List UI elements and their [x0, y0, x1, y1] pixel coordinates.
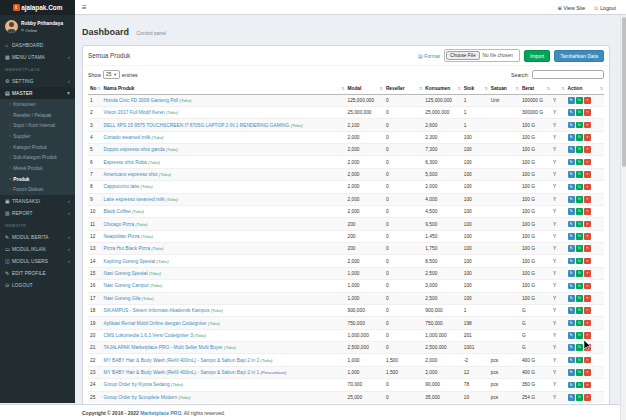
product-link[interactable]: Group Order by Kiyora Sedang: [103, 382, 170, 387]
sort-icon[interactable]: ⇅: [97, 86, 100, 91]
delete-action-button[interactable]: ×: [584, 357, 591, 364]
detail-action-button[interactable]: ✎: [568, 369, 575, 376]
product-link[interactable]: Vision 2017 Full Modif Keren: [103, 110, 166, 115]
delete-action-button[interactable]: ×: [584, 320, 591, 327]
detail-action-button[interactable]: ✎: [568, 134, 575, 141]
sidebar-item-modul-berita[interactable]: ✎MODUL BERITA‹: [0, 231, 75, 243]
sidebar-item-logout[interactable]: ⊙LOGOUT: [0, 279, 75, 291]
delete-action-button[interactable]: ×: [584, 369, 591, 376]
edit-action-button[interactable]: ↻: [576, 344, 583, 351]
detail-action-button[interactable]: ✎: [568, 320, 575, 327]
delete-action-button[interactable]: ×: [584, 171, 591, 178]
edit-action-button[interactable]: ↻: [576, 134, 583, 141]
footer-brand-link[interactable]: Marketplace PRO: [140, 410, 181, 416]
sidebar-item-modul-iklan[interactable]: ▭MODUL IKLAN‹: [0, 243, 75, 255]
product-link[interactable]: Chicago Pizza: [103, 222, 135, 227]
detail-action-button[interactable]: ✎: [568, 97, 575, 104]
detail-action-button[interactable]: ✎: [568, 357, 575, 364]
product-link[interactable]: CMS Lokomedia 1.6.3 Versi Codeigniter 3: [103, 333, 194, 338]
detail-action-button[interactable]: ✎: [568, 221, 575, 228]
delete-action-button[interactable]: ×: [584, 122, 591, 129]
delete-action-button[interactable]: ×: [584, 283, 591, 290]
delete-action-button[interactable]: ×: [584, 295, 591, 302]
edit-action-button[interactable]: ↻: [576, 171, 583, 178]
edit-action-button[interactable]: ↻: [576, 146, 583, 153]
sidebar-item-master[interactable]: ▤MASTER▾: [0, 87, 75, 99]
column-header-reseller[interactable]: Reseller⇅: [384, 83, 423, 94]
detail-action-button[interactable]: ✎: [568, 394, 575, 401]
detail-action-button[interactable]: ✎: [568, 295, 575, 302]
delete-action-button[interactable]: ×: [584, 332, 591, 339]
product-link[interactable]: TAJALAPAK Marketplace PRO - Multi Seller…: [103, 345, 223, 350]
sort-icon[interactable]: ⇅: [484, 86, 487, 91]
app-logo[interactable]: tajalapak.Com: [0, 0, 75, 15]
edit-action-button[interactable]: ↻: [576, 221, 583, 228]
avatar[interactable]: [5, 20, 18, 33]
sort-icon[interactable]: ⇅: [547, 86, 550, 91]
product-link[interactable]: Group Order by Scouplete Modern: [103, 395, 178, 400]
detail-action-button[interactable]: ✎: [568, 184, 575, 191]
detail-action-button[interactable]: ✎: [568, 159, 575, 166]
product-link[interactable]: Aplikasi Rental Mobil Online dengan Code…: [103, 321, 207, 326]
delete-action-button[interactable]: ×: [584, 146, 591, 153]
sidebar-subitem-kategori-produk[interactable]: ○Kategori Produk: [0, 142, 75, 153]
delete-action-button[interactable]: ×: [584, 307, 591, 314]
product-link[interactable]: Black Coffee: [103, 209, 131, 214]
detail-action-button[interactable]: ✎: [568, 382, 575, 389]
file-input[interactable]: Choose File No file chosen: [444, 49, 520, 62]
product-link[interactable]: DELL XPS 15 9575 TOUCHSCREEN I7 8705G LA…: [103, 123, 290, 128]
search-input[interactable]: [532, 70, 604, 79]
edit-action-button[interactable]: ↻: [576, 159, 583, 166]
delete-action-button[interactable]: ×: [584, 134, 591, 141]
product-link[interactable]: Kepiting Goreng Spesial: [103, 259, 156, 264]
sort-icon[interactable]: ⇅: [341, 86, 344, 91]
sidebar-item-report[interactable]: ▥REPORT‹: [0, 207, 75, 219]
view-site-link[interactable]: ⊕ View Site: [558, 5, 586, 11]
delete-action-button[interactable]: ×: [584, 196, 591, 203]
sort-icon[interactable]: ⇅: [457, 86, 460, 91]
sort-icon[interactable]: ⇅: [380, 86, 383, 91]
product-link[interactable]: Nasi Goreng Spesial: [103, 271, 148, 276]
product-link[interactable]: Neapolitan Pizza: [103, 234, 140, 239]
product-link[interactable]: Nasi Goreng Gila: [103, 296, 141, 301]
detail-action-button[interactable]: ✎: [568, 283, 575, 290]
edit-action-button[interactable]: ↻: [576, 196, 583, 203]
detail-action-button[interactable]: ✎: [568, 245, 575, 252]
sidebar-subitem-sub-kategori-produk[interactable]: ○Sub-Kategori Produk: [0, 152, 75, 163]
sidebar-subitem-produk[interactable]: ○Produk: [0, 174, 75, 185]
edit-action-button[interactable]: ↻: [576, 394, 583, 401]
product-link[interactable]: Doppio espresso shot ganda: [103, 147, 165, 152]
column-header-berat[interactable]: Berat⇅: [520, 83, 551, 94]
product-link[interactable]: MY BABY Hair & Body Wash (Refill 400mL) …: [103, 370, 260, 375]
product-link[interactable]: Cortado steamed milk: [103, 135, 151, 140]
scrollbar-track[interactable]: [620, 15, 626, 420]
delete-action-button[interactable]: ×: [584, 270, 591, 277]
column-header-stok[interactable]: Stok⇅: [462, 83, 489, 94]
import-button[interactable]: Import: [524, 50, 550, 62]
delete-action-button[interactable]: ×: [584, 233, 591, 240]
detail-action-button[interactable]: ✎: [568, 146, 575, 153]
edit-action-button[interactable]: ↻: [576, 245, 583, 252]
detail-action-button[interactable]: ✎: [568, 270, 575, 277]
column-header-action[interactable]: Action⇅: [566, 83, 604, 94]
detail-action-button[interactable]: ✎: [568, 208, 575, 215]
detail-action-button[interactable]: ✎: [568, 307, 575, 314]
product-link[interactable]: Honda Civic FD 2009 Ganteng Poll: [103, 98, 179, 103]
edit-action-button[interactable]: ↻: [576, 369, 583, 376]
column-header-modal[interactable]: Modal⇅: [346, 83, 384, 94]
edit-action-button[interactable]: ↻: [576, 307, 583, 314]
edit-action-button[interactable]: ↻: [576, 258, 583, 265]
detail-action-button[interactable]: ✎: [568, 109, 575, 116]
column-header-no[interactable]: No⇅: [88, 83, 101, 94]
delete-action-button[interactable]: ×: [584, 159, 591, 166]
delete-action-button[interactable]: ×: [584, 109, 591, 116]
edit-action-button[interactable]: ↻: [576, 109, 583, 116]
column-header-nama-produk[interactable]: Nama Produk⇅: [101, 83, 345, 94]
delete-action-button[interactable]: ×: [584, 245, 591, 252]
detail-action-button[interactable]: ✎: [568, 233, 575, 240]
detail-action-button[interactable]: ✎: [568, 171, 575, 178]
sidebar-item-dashboard[interactable]: ⌂DASHBOARD: [0, 39, 75, 51]
edit-action-button[interactable]: ↻: [576, 97, 583, 104]
detail-action-button[interactable]: ✎: [568, 196, 575, 203]
product-link[interactable]: Nasi Goreng Campur: [103, 283, 150, 288]
